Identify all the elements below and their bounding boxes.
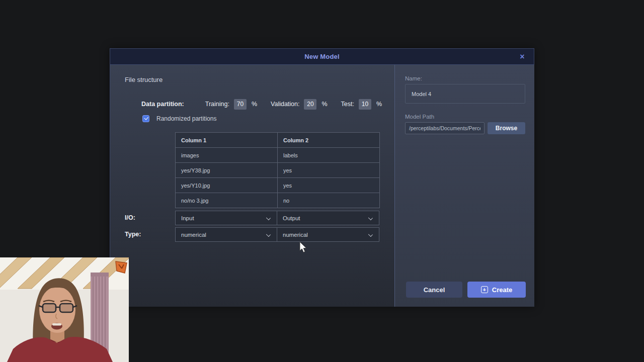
validation-field: Validation: %: [271, 99, 328, 110]
create-button-label: Create: [492, 286, 512, 294]
type-row: Type: numerical numerical: [110, 227, 394, 242]
table-row: no/no 3.jpg no: [176, 193, 380, 208]
type-column2-value: numerical: [283, 232, 308, 238]
table-cell: yes: [278, 163, 380, 178]
type-label: Type:: [125, 231, 141, 238]
column-1-header: Column 1: [176, 133, 278, 148]
validation-input[interactable]: [304, 99, 316, 110]
model-settings-pane: Name: Model Path Browse Cancel + Create: [394, 65, 534, 307]
table-row: images labels: [176, 148, 380, 163]
data-partition-label: Data partition:: [141, 101, 184, 108]
table-cell: yes/Y38.jpg: [176, 163, 278, 178]
training-input[interactable]: [234, 99, 247, 110]
training-unit: %: [252, 101, 257, 108]
io-column2-dropdown[interactable]: Output: [277, 211, 379, 225]
test-input[interactable]: [359, 99, 371, 110]
curtain: [91, 273, 109, 353]
plus-icon: +: [481, 286, 488, 293]
validation-label: Validation:: [271, 101, 299, 108]
training-label: Training:: [205, 101, 229, 108]
table-row: yes/Y10.jpg yes: [176, 178, 380, 193]
dialog-header: New Model ×: [110, 49, 534, 65]
io-column2-value: Output: [283, 215, 300, 221]
model-name-input[interactable]: [405, 84, 525, 104]
test-label: Test:: [341, 101, 354, 108]
io-row: I/O: Input Output: [110, 211, 394, 225]
column-2-header: Column 2: [278, 133, 380, 148]
mouse-cursor: [299, 242, 308, 254]
webcam-overlay: [0, 257, 129, 362]
chevron-down-icon: [266, 216, 271, 220]
randomized-partitions-label: Randomized partitions: [156, 115, 216, 122]
test-unit: %: [376, 101, 382, 108]
table-cell: labels: [278, 148, 380, 163]
type-column1-dropdown[interactable]: numerical: [175, 227, 277, 242]
table-cell: yes/Y10.jpg: [176, 178, 278, 193]
file-preview-table: Column 1 Column 2 images labels yes/Y38.…: [175, 132, 380, 208]
training-field: Training: %: [205, 99, 257, 110]
cancel-button[interactable]: Cancel: [406, 282, 462, 298]
randomized-partitions-checkbox[interactable]: [142, 115, 149, 122]
file-structure-pane: File structure Data partition: Training:…: [110, 65, 394, 307]
validation-unit: %: [321, 101, 327, 108]
name-label: Name:: [405, 75, 422, 81]
table-row: yes/Y38.jpg yes: [176, 163, 380, 178]
table-cell: images: [176, 148, 278, 163]
test-field: Test: %: [341, 99, 382, 110]
section-title: File structure: [125, 76, 163, 83]
table-header-row: Column 1 Column 2: [176, 133, 380, 148]
type-column2-dropdown[interactable]: numerical: [277, 227, 379, 242]
model-path-input[interactable]: [405, 122, 485, 134]
close-icon[interactable]: ×: [516, 49, 529, 65]
io-column1-dropdown[interactable]: Input: [175, 211, 277, 225]
io-column1-value: Input: [181, 215, 194, 221]
io-label: I/O:: [125, 214, 135, 221]
type-column1-value: numerical: [181, 232, 206, 238]
data-partition-row: Data partition: Training: % Validation: …: [141, 99, 395, 110]
model-path-label: Model Path: [405, 114, 434, 120]
create-button[interactable]: + Create: [467, 282, 526, 298]
chevron-down-icon: [368, 232, 373, 237]
table-cell: no/no 3.jpg: [176, 193, 278, 208]
browse-button[interactable]: Browse: [488, 122, 525, 134]
randomized-partitions-row: Randomized partitions: [142, 115, 216, 122]
table-cell: yes: [278, 178, 380, 193]
chevron-down-icon: [266, 232, 271, 237]
table-cell: no: [278, 193, 380, 208]
new-model-dialog: New Model × File structure Data partitio…: [110, 48, 534, 307]
dialog-title: New Model: [304, 53, 340, 60]
chevron-down-icon: [368, 216, 373, 220]
sticker-logo: [116, 261, 127, 273]
